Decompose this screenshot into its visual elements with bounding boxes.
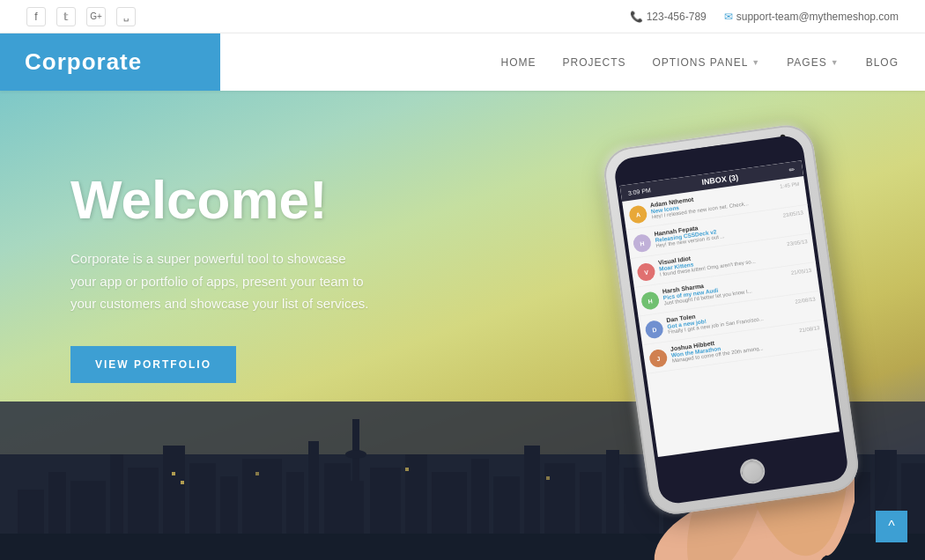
hero-content: Welcome! Corporate is a super powerful t… xyxy=(70,170,368,383)
options-panel-dropdown-icon: ▼ xyxy=(751,58,760,67)
email-icon: ✉ xyxy=(724,11,733,23)
avatar-1: A xyxy=(628,204,648,225)
time-5: 22/08/13 xyxy=(795,296,816,304)
phone-time: 3:09 PM xyxy=(627,187,651,196)
scroll-to-top-button[interactable]: ^ xyxy=(876,511,907,542)
phone-number: 123-456-789 xyxy=(647,11,707,23)
hero-description: Corporate is a super powerful tool to sh… xyxy=(70,247,368,315)
email-address: support-team@mythemeshop.com xyxy=(736,11,899,23)
nav-blog[interactable]: BLOG xyxy=(866,56,899,69)
avatar-5: D xyxy=(644,320,664,340)
phone-screen: 3:09 PM INBOX (3) ✏ A Adam Nthemot New I… xyxy=(620,160,840,457)
site-logo: Corporate xyxy=(25,48,142,76)
hero-title: Welcome! xyxy=(70,170,368,230)
time-4: 21/05/13 xyxy=(791,268,812,276)
time-2: 23/05/13 xyxy=(782,210,803,217)
pages-dropdown-icon: ▼ xyxy=(831,58,840,67)
nav-pages[interactable]: PAGES ▼ xyxy=(787,56,839,69)
hero-section: Welcome! Corporate is a super powerful t… xyxy=(0,91,925,560)
logo-block[interactable]: Corporate xyxy=(0,33,220,91)
nav-options-panel[interactable]: OPTIONS PANEL ▼ xyxy=(653,56,761,69)
svg-point-16 xyxy=(345,450,366,459)
svg-rect-40 xyxy=(255,472,259,475)
phone-icon: 📞 xyxy=(630,11,643,23)
view-portfolio-button[interactable]: VIEW PORTFOLIO xyxy=(70,346,236,383)
phone-mockup: 3:09 PM INBOX (3) ✏ A Adam Nthemot New I… xyxy=(520,108,855,549)
time-1: 1:45 PM xyxy=(780,181,800,189)
nav-projects[interactable]: PROJECTS xyxy=(563,56,626,69)
svg-rect-39 xyxy=(181,481,184,484)
avatar-4: H xyxy=(640,291,661,311)
site-header: Corporate HOME PROJECTS OPTIONS PANEL ▼ … xyxy=(0,33,925,91)
phone-home-button[interactable] xyxy=(738,457,766,485)
time-6: 21/08/13 xyxy=(799,325,820,333)
twitter-icon[interactable]: 𝕥 xyxy=(56,7,76,26)
avatar-2: H xyxy=(633,233,653,254)
googleplus-icon[interactable]: G+ xyxy=(86,7,106,26)
rss-icon[interactable]: ␣ xyxy=(116,7,136,26)
avatar-3: V xyxy=(636,262,656,283)
email-list: A Adam Nthemot New Icons Hey! I released… xyxy=(622,176,828,374)
avatar-6: J xyxy=(648,349,669,369)
svg-rect-41 xyxy=(405,468,409,471)
phone-inner: 3:09 PM INBOX (3) ✏ A Adam Nthemot New I… xyxy=(612,134,849,505)
time-3: 23/05/13 xyxy=(787,239,808,247)
main-nav: HOME PROJECTS OPTIONS PANEL ▼ PAGES ▼ BL… xyxy=(220,56,925,69)
svg-rect-38 xyxy=(172,472,175,475)
facebook-icon[interactable]: f xyxy=(26,7,46,26)
phone-info: 📞 123-456-789 xyxy=(630,11,707,23)
nav-home[interactable]: HOME xyxy=(501,56,536,69)
contact-info: 📞 123-456-789 ✉ support-team@mythemeshop… xyxy=(630,11,899,23)
social-links: f 𝕥 G+ ␣ xyxy=(26,7,136,26)
compose-icon: ✏ xyxy=(788,166,796,174)
email-info: ✉ support-team@mythemeshop.com xyxy=(724,11,899,23)
top-bar: f 𝕥 G+ ␣ 📞 123-456-789 ✉ support-team@my… xyxy=(0,0,925,33)
